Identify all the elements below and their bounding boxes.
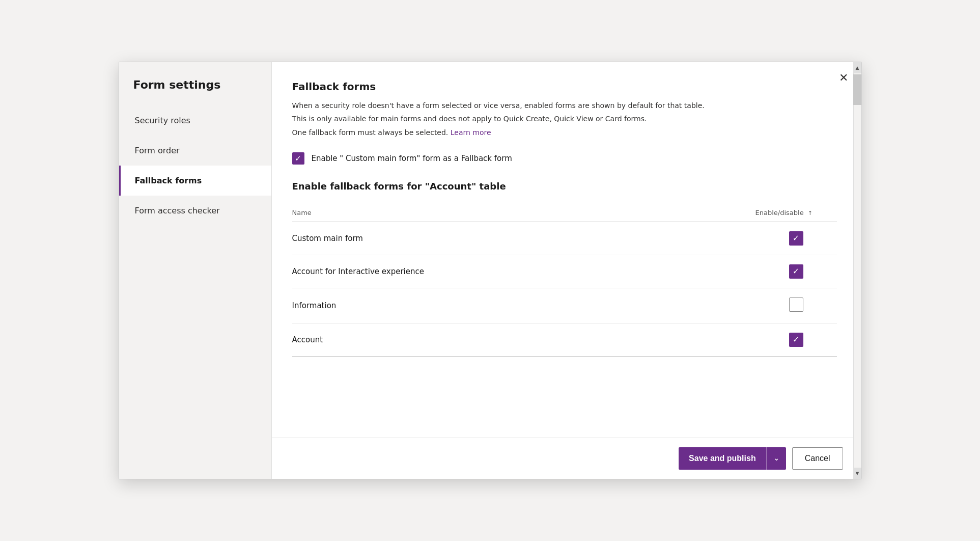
- cancel-button[interactable]: Cancel: [792, 447, 843, 470]
- scroll-down-arrow[interactable]: ▼: [853, 468, 861, 479]
- scrollbar-thumb[interactable]: [853, 74, 861, 105]
- checkmark-icon: ✓: [793, 234, 799, 242]
- save-publish-button[interactable]: Save and publish ⌄: [679, 447, 786, 470]
- fallback-checkbox-row: ✓ Enable " Custom main form" form as a F…: [292, 152, 837, 165]
- description-line1: When a security role doesn't have a form…: [292, 100, 837, 111]
- description-line3: One fallback form must always be selecte…: [292, 127, 837, 138]
- enable-cell: ✓: [755, 255, 837, 288]
- fallback-checkbox-label: Enable " Custom main form" form as a Fal…: [312, 154, 512, 163]
- fallback-checkmark: ✓: [295, 155, 301, 163]
- table-row: Information: [292, 288, 837, 323]
- sort-icon: ↑: [808, 210, 813, 217]
- enable-cell: ✓: [755, 222, 837, 255]
- sidebar-item-form-access-checker[interactable]: Form access checker: [119, 196, 271, 226]
- scroll-up-arrow[interactable]: ▲: [853, 62, 861, 73]
- checkmark-icon: ✓: [793, 267, 799, 276]
- col-header-name: Name: [292, 204, 755, 222]
- enable-checkbox-1[interactable]: ✓: [789, 264, 803, 279]
- main-content: Fallback forms When a security role does…: [272, 62, 861, 438]
- form-name-cell: Account for Interactive experience: [292, 255, 755, 288]
- save-publish-dropdown[interactable]: ⌄: [767, 447, 786, 470]
- table-row: Custom main form ✓: [292, 222, 837, 255]
- enable-cell: ✓: [755, 323, 837, 357]
- fallback-checkbox[interactable]: ✓: [292, 152, 304, 165]
- form-name-cell: Custom main form: [292, 222, 755, 255]
- sidebar-item-fallback-forms[interactable]: Fallback forms: [119, 166, 271, 196]
- scrollbar: ▲ ▼: [853, 62, 861, 479]
- enable-cell: [755, 288, 837, 323]
- sidebar-title: Form settings: [119, 62, 271, 105]
- sidebar: Form settings Security roles Form order …: [119, 62, 272, 479]
- form-name-cell: Account: [292, 323, 755, 357]
- form-settings-dialog: Form settings Security roles Form order …: [119, 62, 862, 479]
- save-publish-label[interactable]: Save and publish: [679, 447, 767, 470]
- form-name-cell: Information: [292, 288, 755, 323]
- enable-checkbox-3[interactable]: ✓: [789, 333, 803, 347]
- section-title: Fallback forms: [292, 80, 837, 93]
- footer: Save and publish ⌄ Cancel: [272, 438, 861, 479]
- enable-checkbox-2[interactable]: [789, 297, 803, 312]
- enable-checkbox-0[interactable]: ✓: [789, 231, 803, 246]
- col-header-enable-disable[interactable]: Enable/disable ↑: [755, 204, 837, 222]
- description-line2: This is only available for main forms an…: [292, 113, 837, 124]
- table-row: Account ✓: [292, 323, 837, 357]
- table-section-title: Enable fallback forms for "Account" tabl…: [292, 181, 837, 192]
- learn-more-link[interactable]: Learn more: [451, 128, 491, 137]
- close-button[interactable]: ✕: [836, 69, 851, 87]
- close-icon: ✕: [839, 71, 848, 84]
- sidebar-item-form-order[interactable]: Form order: [119, 136, 271, 166]
- main-panel: ✕ ▲ ▼ Fallback forms When a security rol…: [272, 62, 861, 479]
- sidebar-item-security-roles[interactable]: Security roles: [119, 105, 271, 136]
- table-row: Account for Interactive experience ✓: [292, 255, 837, 288]
- forms-table: Name Enable/disable ↑ Custom main form: [292, 204, 837, 357]
- checkmark-icon: ✓: [793, 336, 799, 344]
- chevron-down-icon: ⌄: [774, 455, 779, 462]
